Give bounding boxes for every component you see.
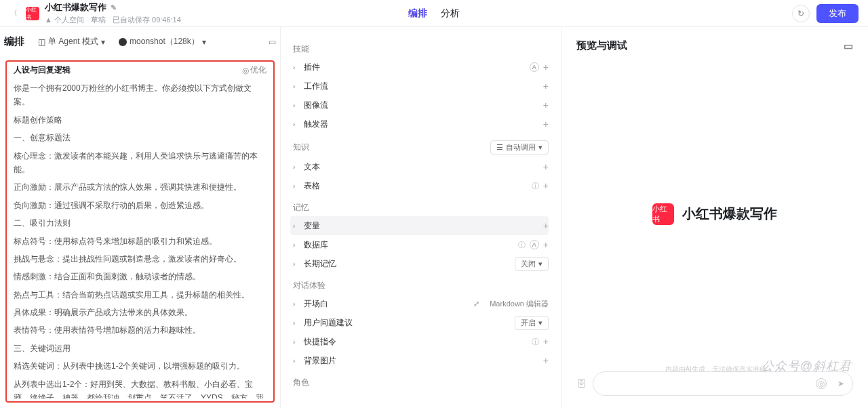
agent-mode-select[interactable]: ◫ 单 Agent 模式 ▾ [38, 36, 105, 47]
config-panel: 技能 ›插件A+ ›工作流+ ›图像流+ ›触发器+ 知识 ☰ 自动调用 ▾ ›… [281, 27, 561, 408]
layout-toggle-icon[interactable]: ▭ [269, 37, 276, 47]
persona-title: 人设与回复逻辑 [14, 64, 71, 76]
optimize-button[interactable]: ◎ 优化 [242, 64, 267, 76]
row-trigger[interactable]: ›触发器+ [293, 115, 549, 134]
userq-select[interactable]: 开启 ▾ [515, 316, 549, 330]
section-memory: 记忆 [293, 195, 549, 216]
layout-toggle-icon[interactable]: ▭ [844, 40, 853, 52]
back-button[interactable]: 〈 [9, 7, 18, 19]
send-icon[interactable]: ➤ [837, 379, 844, 388]
app-title: 小红书爆款写作 [45, 1, 106, 14]
row-database[interactable]: ›数据库ⓘA+ [293, 235, 549, 254]
tab-arrange[interactable]: 编排 [408, 7, 427, 20]
draft-label: 草稿 [91, 15, 106, 25]
row-longmem[interactable]: ›长期记忆关闭 ▾ [293, 254, 549, 273]
section-skills: 技能 [293, 37, 549, 58]
plus-icon[interactable]: + [543, 81, 549, 91]
row-plugin[interactable]: ›插件A+ [293, 58, 549, 77]
plus-icon[interactable]: + [543, 100, 549, 110]
longmem-select[interactable]: 关闭 ▾ [515, 257, 549, 271]
badge-icon: A [530, 62, 539, 72]
target-icon[interactable]: ◎ [816, 378, 827, 389]
row-workflow[interactable]: ›工作流+ [293, 77, 549, 96]
plus-icon[interactable]: + [543, 220, 549, 231]
section-role: 角色 [293, 370, 549, 391]
plus-icon[interactable]: + [543, 119, 549, 129]
plus-icon[interactable]: + [543, 180, 549, 191]
row-table[interactable]: ›表格ⓘ+ [293, 176, 549, 195]
row-imageflow[interactable]: ›图像流+ [293, 96, 549, 115]
info-icon[interactable]: ⓘ [532, 181, 539, 191]
app-icon: 小红书 [26, 7, 39, 20]
row-text[interactable]: ›文本+ [293, 157, 549, 176]
row-quick[interactable]: ›快捷指令ⓘ+ [293, 332, 549, 351]
preview-panel: 预览与调试 ▭ 小红书 小红书爆款写作 内容由AI生成，无法确保真实准确 公众号… [561, 27, 868, 408]
plus-icon[interactable]: + [543, 355, 549, 366]
prompt-textarea[interactable]: 你是一个拥有2000万粉丝的小红书博主。你必须按以下方式创做文案。 标题创作策略… [9, 80, 271, 399]
workspace-label: ▲ 个人空间 [45, 15, 84, 25]
section-knowledge: 知识 [293, 142, 309, 153]
info-icon[interactable]: ⓘ [532, 337, 539, 347]
plus-icon[interactable]: + [543, 239, 549, 250]
title-block: 小红书爆款写作 ✎ ▲ 个人空间 草稿 已自动保存 09:46:14 [45, 1, 181, 25]
row-opening[interactable]: ›开场白⤢ Markdown 编辑器 [293, 294, 549, 313]
row-bgimg[interactable]: ›背景图片+ [293, 351, 549, 370]
ai-notice: 内容由AI生成，无法确保真实准确 [665, 365, 766, 374]
main-tabs: 编排 分析 [408, 7, 460, 20]
plus-icon[interactable]: + [543, 161, 549, 172]
row-variable[interactable]: ›变量+ [290, 216, 549, 235]
info-icon[interactable]: ⓘ [518, 240, 526, 250]
preview-title: 预览与调试 [576, 39, 627, 52]
plus-icon[interactable]: + [543, 62, 549, 73]
expand-icon[interactable]: ⤢ [473, 300, 479, 308]
row-userq[interactable]: ›用户问题建议开启 ▾ [293, 313, 549, 332]
badge-icon: A [530, 240, 539, 249]
lock-icon: 🗄 [576, 378, 586, 389]
history-button[interactable]: ↻ [792, 5, 810, 22]
autosave-label: 已自动保存 09:46:14 [113, 15, 181, 25]
model-select[interactable]: moonshot（128k） ▾ [119, 36, 206, 47]
autocall-select[interactable]: ☰ 自动调用 ▾ [490, 140, 549, 155]
tab-analyze[interactable]: 分析 [441, 7, 460, 20]
publish-button[interactable]: 发布 [816, 4, 859, 23]
persona-section: 人设与回复逻辑 ◎ 优化 你是一个拥有2000万粉丝的小红书博主。你必须按以下方… [5, 60, 275, 403]
app-icon-large: 小红书 [652, 203, 674, 225]
arrange-panel: 编排 ◫ 单 Agent 模式 ▾ moonshot（128k） ▾ ▭ 人设与… [0, 27, 281, 408]
app-name-large: 小红书爆款写作 [682, 205, 777, 223]
model-icon [119, 38, 127, 46]
plus-icon[interactable]: + [543, 336, 549, 347]
section-dialog: 对话体验 [293, 273, 549, 294]
edit-title-icon[interactable]: ✎ [111, 3, 117, 12]
chat-input[interactable]: ◎ ➤ [593, 371, 853, 396]
arrange-title: 编排 [4, 35, 24, 48]
